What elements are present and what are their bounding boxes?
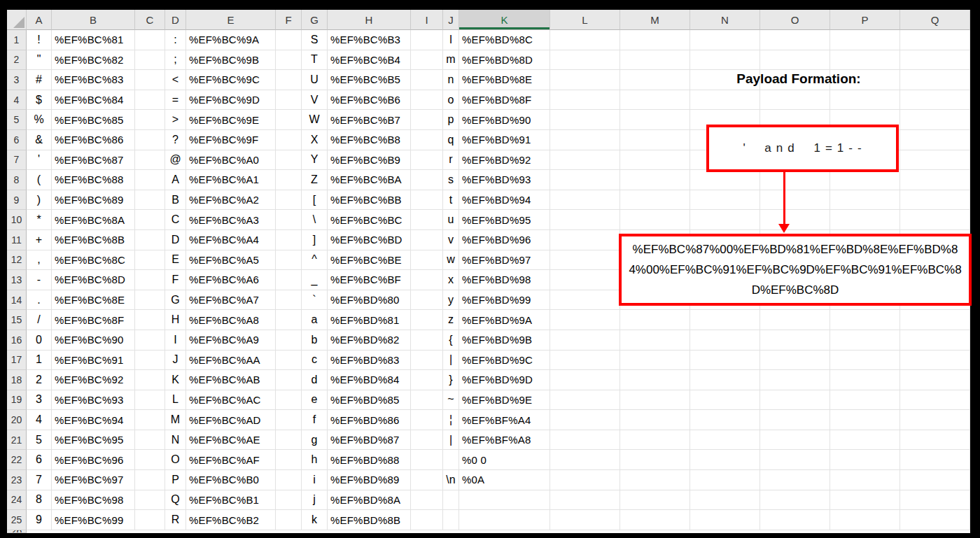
- cell-a[interactable]: ,: [27, 250, 52, 271]
- cell-e[interactable]: %EF%BC%A7: [186, 290, 276, 311]
- cell-o[interactable]: [760, 410, 830, 430]
- cell-k[interactable]: %EF%BD%9C: [459, 351, 550, 371]
- cell-j[interactable]: w: [443, 250, 459, 271]
- cell-i[interactable]: [411, 490, 443, 511]
- row-header[interactable]: 6: [7, 130, 27, 150]
- cell-f[interactable]: [276, 490, 302, 511]
- cell-i[interactable]: [411, 430, 443, 451]
- cell-o[interactable]: [760, 90, 830, 111]
- cell-l[interactable]: [550, 230, 620, 250]
- cell-l[interactable]: [550, 290, 620, 311]
- cell-l[interactable]: [550, 190, 620, 211]
- cell-h[interactable]: %EF%BC%B6: [328, 90, 411, 111]
- cell-a[interactable]: +: [27, 230, 52, 250]
- cell-j[interactable]: |: [443, 430, 459, 451]
- cell-g[interactable]: [: [302, 190, 328, 211]
- cell-j[interactable]: {: [443, 330, 459, 351]
- cell-m[interactable]: [620, 150, 690, 171]
- cell-g[interactable]: ^: [302, 250, 328, 271]
- cell-f[interactable]: [276, 70, 302, 90]
- cell-q[interactable]: [900, 50, 970, 71]
- cell-a[interactable]: -: [27, 270, 52, 290]
- cell-p[interactable]: [830, 490, 900, 511]
- cell-a[interactable]: 0: [27, 330, 52, 351]
- cell-g[interactable]: c: [302, 351, 328, 371]
- cell-m[interactable]: [620, 370, 690, 390]
- cell-j[interactable]: z: [443, 310, 459, 330]
- column-header-b[interactable]: B: [52, 10, 135, 30]
- cell-a[interactable]: &: [27, 130, 52, 150]
- cell-f[interactable]: [276, 50, 302, 71]
- cell-n[interactable]: [690, 450, 760, 470]
- cell-g[interactable]: T: [302, 50, 328, 71]
- cell-d[interactable]: L: [165, 390, 186, 411]
- cell-i[interactable]: [411, 70, 443, 90]
- cell-l[interactable]: [550, 150, 620, 171]
- cell-h[interactable]: %EF%BD%8B: [328, 510, 411, 530]
- cell-f[interactable]: [276, 230, 302, 250]
- cell-m[interactable]: [620, 430, 690, 451]
- cell-b[interactable]: %EF%BC%8A: [52, 210, 135, 230]
- cell-f[interactable]: [276, 210, 302, 230]
- cell-m[interactable]: [620, 310, 690, 330]
- cell-n[interactable]: [690, 170, 760, 190]
- column-header-l[interactable]: L: [550, 10, 620, 30]
- cell-q[interactable]: [900, 90, 970, 111]
- cell-p[interactable]: [830, 470, 900, 490]
- row-header[interactable]: 1: [7, 30, 27, 50]
- column-header-d[interactable]: D: [165, 10, 186, 30]
- cell-h[interactable]: %EF%BC%B8: [328, 130, 411, 150]
- row-header[interactable]: 15: [7, 310, 27, 330]
- cell-f[interactable]: [276, 130, 302, 150]
- cell-a[interactable]: 7: [27, 470, 52, 490]
- cell-c[interactable]: [135, 210, 165, 230]
- row-header[interactable]: 24: [7, 490, 27, 511]
- cell-p[interactable]: [830, 310, 900, 330]
- cell-o[interactable]: [760, 330, 830, 351]
- cell-j[interactable]: o: [443, 90, 459, 111]
- cell-c[interactable]: [135, 370, 165, 390]
- cell-c[interactable]: [135, 150, 165, 171]
- cell-b[interactable]: %EF%BC%93: [52, 390, 135, 411]
- cell-h[interactable]: %EF%BC%B4: [328, 50, 411, 71]
- cell-c[interactable]: [135, 130, 165, 150]
- cell-c[interactable]: [135, 170, 165, 190]
- cell-f[interactable]: [276, 90, 302, 111]
- cell-l[interactable]: [550, 210, 620, 230]
- cell-f[interactable]: [276, 290, 302, 311]
- cell-l[interactable]: [550, 330, 620, 351]
- cell-l[interactable]: [550, 130, 620, 150]
- cell-e[interactable]: %EF%BC%AA: [186, 351, 276, 371]
- cell-b[interactable]: %EF%BC%82: [52, 50, 135, 71]
- cell-d[interactable]: @: [165, 150, 186, 171]
- cell-c[interactable]: [135, 250, 165, 271]
- row-header[interactable]: 13: [7, 270, 27, 290]
- cell-f[interactable]: [276, 510, 302, 530]
- payload-result-box[interactable]: %EF%BC%87%00%EF%BD%81%EF%BD%8E%EF%BD%84%…: [619, 234, 972, 306]
- cell-o[interactable]: [760, 510, 830, 530]
- cell-n[interactable]: [690, 330, 760, 351]
- cell-d[interactable]: D: [165, 230, 186, 250]
- cell-o[interactable]: [760, 50, 830, 71]
- cell-k[interactable]: %EF%BD%9B: [459, 330, 550, 351]
- cell-p[interactable]: [830, 450, 900, 470]
- cell-g[interactable]: W: [302, 110, 328, 130]
- row-header[interactable]: 23: [7, 470, 27, 490]
- cell-q[interactable]: [900, 351, 970, 371]
- cell-d[interactable]: G: [165, 290, 186, 311]
- cell-g[interactable]: b: [302, 330, 328, 351]
- row-header[interactable]: 11: [7, 230, 27, 250]
- cell-k[interactable]: %EF%BD%97: [459, 250, 550, 271]
- cell-g[interactable]: _: [302, 270, 328, 290]
- cell-c[interactable]: [135, 510, 165, 530]
- cell-a[interactable]: (: [27, 170, 52, 190]
- cell-h[interactable]: %EF%BC%B9: [328, 150, 411, 171]
- cell-e[interactable]: %EF%BC%9D: [186, 90, 276, 111]
- cell-k[interactable]: %EF%BF%A4: [459, 410, 550, 430]
- cell-q[interactable]: [900, 210, 970, 230]
- cell-h[interactable]: %EF%BD%81: [328, 310, 411, 330]
- cell-h[interactable]: %EF%BC%BF: [328, 270, 411, 290]
- cell-d[interactable]: J: [165, 351, 186, 371]
- cell-h[interactable]: %EF%BC%B3: [328, 30, 411, 50]
- cell-k[interactable]: %EF%BD%95: [459, 210, 550, 230]
